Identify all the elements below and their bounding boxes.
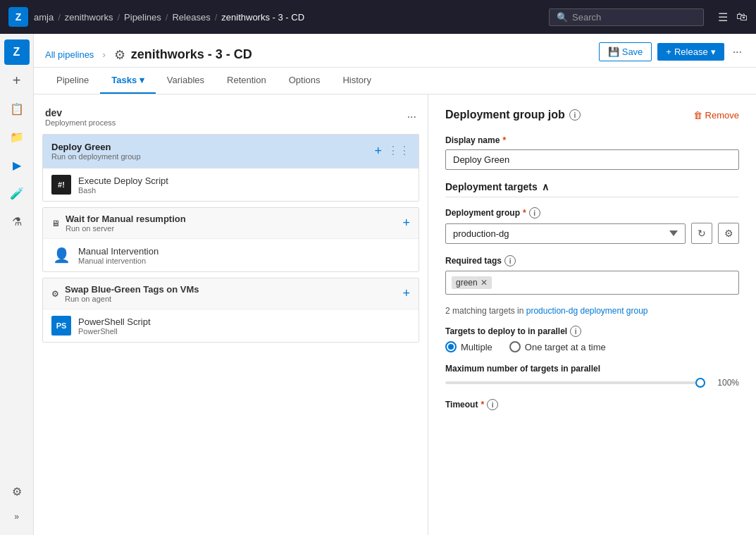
timeout-field: Timeout * i	[445, 399, 739, 410]
required-tags-info[interactable]: i	[504, 255, 516, 266]
release-chevron: ▾	[711, 47, 716, 57]
tab-variables[interactable]: Variables	[156, 68, 216, 94]
breadcrumb-amja[interactable]: amja	[34, 12, 54, 23]
targets-parallel-info[interactable]: i	[570, 326, 581, 337]
nav-artifacts[interactable]: ⚗	[4, 209, 30, 234]
matching-link[interactable]: production-dg deployment group	[526, 306, 648, 316]
tab-options[interactable]: Options	[278, 68, 332, 94]
all-pipelines-link[interactable]: All pipelines	[45, 49, 94, 60]
stage-sub: Deployment process	[45, 118, 116, 127]
header-actions: 💾 Save + Release ▾ ···	[599, 42, 745, 67]
display-name-label: Display name *	[445, 135, 739, 145]
task-group-actions: + ⋮⋮	[374, 144, 410, 159]
org-logo[interactable]: Z	[8, 7, 28, 27]
refresh-button[interactable]: ↻	[691, 223, 712, 244]
matching-text: 2 matching targets in	[445, 306, 526, 316]
display-name-input[interactable]	[445, 149, 739, 170]
tab-retention[interactable]: Retention	[216, 68, 278, 94]
timeout-required: *	[481, 400, 484, 410]
swap-add-button[interactable]: +	[402, 286, 410, 301]
tag-remove-icon[interactable]: ✕	[481, 278, 488, 288]
manual-intervention-sub: Manual intervention	[78, 257, 159, 265]
breadcrumb-releases[interactable]: Releases	[172, 12, 210, 23]
release-button[interactable]: + Release ▾	[657, 43, 724, 61]
radio-group: Multiple One target at a time	[445, 341, 739, 352]
add-task-button[interactable]: +	[374, 144, 382, 159]
save-label: Save	[622, 47, 643, 57]
radio-multiple-circle	[445, 341, 457, 352]
deployment-group-row: production-dg staging-dg ↻ ⚙	[445, 223, 739, 244]
sep3: /	[166, 12, 168, 23]
stage-more-button[interactable]: ···	[407, 111, 416, 123]
deploy-green-sub: Run on deployment group	[51, 152, 141, 161]
matching-info: 2 matching targets in production-dg depl…	[445, 306, 739, 316]
timeout-info[interactable]: i	[487, 399, 498, 410]
swap-section-header[interactable]: ⚙ Swap Blue-Green Tags on VMs Run on age…	[43, 278, 419, 309]
person-icon: 👤	[51, 245, 71, 265]
topbar-actions: ☰ 🛍	[718, 11, 748, 24]
wait-section-header[interactable]: 🖥 Wait for Manual resumption Run on serv…	[43, 208, 419, 239]
drag-handle[interactable]: ⋮⋮	[388, 144, 410, 159]
breadcrumb-pipelines[interactable]: Pipelines	[124, 12, 161, 23]
tab-tasks[interactable]: Tasks ▾	[100, 68, 156, 94]
save-button[interactable]: 💾 Save	[599, 42, 652, 61]
shopping-icon[interactable]: 🛍	[736, 11, 748, 24]
nav-add[interactable]: +	[4, 68, 30, 93]
tags-input[interactable]: green ✕	[445, 271, 739, 295]
search-input[interactable]	[572, 12, 696, 23]
deployment-group-select[interactable]: production-dg staging-dg	[445, 223, 686, 244]
panel-title: Deployment group job i	[445, 109, 581, 121]
breadcrumb-current: zenithworks - 3 - CD	[221, 12, 304, 23]
task-powershell[interactable]: PS PowerShell Script PowerShell	[43, 309, 419, 342]
task-execute-name: Execute Deploy Script	[78, 176, 168, 186]
display-name-required: *	[502, 135, 506, 145]
deployment-group-info[interactable]: i	[529, 207, 540, 219]
more-button[interactable]: ···	[730, 43, 745, 61]
right-panel-header: Deployment group job i 🗑 Remove	[445, 109, 739, 121]
left-nav: Z + 📋 📁 ▶ 🧪 ⚗ ⚙ »	[0, 34, 34, 535]
manage-button[interactable]: ⚙	[718, 223, 739, 244]
targets-parallel-label: Targets to deploy to in parallel i	[445, 326, 739, 337]
save-icon: 💾	[608, 47, 619, 57]
nav-testplans[interactable]: 🧪	[4, 180, 30, 206]
sep4: /	[215, 12, 218, 23]
page-title-row: All pipelines › ⚙ zenithworks - 3 - CD	[45, 47, 593, 63]
task-execute-sub: Bash	[78, 186, 168, 195]
collapse-icon[interactable]: ∧	[542, 181, 549, 192]
remove-label: Remove	[705, 110, 739, 121]
deploy-green-header[interactable]: Deploy Green Run on deployment group + ⋮…	[43, 135, 419, 168]
task-execute-deploy[interactable]: #! Execute Deploy Script Bash	[43, 168, 419, 201]
title-info-icon[interactable]: i	[569, 109, 581, 121]
radio-one-label: One target at a time	[525, 342, 606, 352]
deployment-group-label: Deployment group * i	[445, 207, 739, 219]
powershell-icon: PS	[51, 316, 71, 336]
radio-one[interactable]: One target at a time	[509, 341, 606, 352]
nav-collapse[interactable]: »	[4, 504, 30, 529]
nav-pipelines[interactable]: ▶	[4, 152, 30, 178]
task-manual-intervention[interactable]: 👤 Manual Intervention Manual interventio…	[43, 239, 419, 271]
deploy-green-group: Deploy Green Run on deployment group + ⋮…	[42, 134, 419, 202]
wait-add-button[interactable]: +	[402, 216, 410, 230]
stage-name: dev	[45, 107, 116, 118]
radio-one-circle	[509, 341, 521, 352]
nav-settings[interactable]: ⚙	[4, 479, 30, 504]
parallel-slider[interactable]	[445, 381, 705, 384]
nav-org[interactable]: Z	[4, 39, 30, 65]
radio-multiple[interactable]: Multiple	[445, 341, 492, 352]
nav-repos[interactable]: 📁	[4, 124, 30, 149]
tabs-bar: Pipeline Tasks ▾ Variables Retention Opt…	[34, 68, 756, 94]
required-tags-field: Required tags i green ✕	[445, 255, 739, 295]
tab-history[interactable]: History	[331, 68, 382, 94]
release-label: Release	[674, 47, 708, 57]
deploy-green-name: Deploy Green	[51, 142, 141, 152]
slider-value: 100%	[714, 378, 739, 388]
list-icon[interactable]: ☰	[718, 11, 728, 24]
nav-boards[interactable]: 📋	[4, 96, 30, 121]
breadcrumb-zenithworks[interactable]: zenithworks	[65, 12, 113, 23]
tab-pipeline[interactable]: Pipeline	[45, 68, 100, 94]
page-title: zenithworks - 3 - CD	[131, 47, 252, 62]
remove-button[interactable]: 🗑 Remove	[693, 110, 739, 121]
search-box[interactable]: 🔍	[549, 8, 704, 26]
release-plus-icon: +	[666, 47, 671, 57]
sep2: /	[117, 12, 120, 23]
